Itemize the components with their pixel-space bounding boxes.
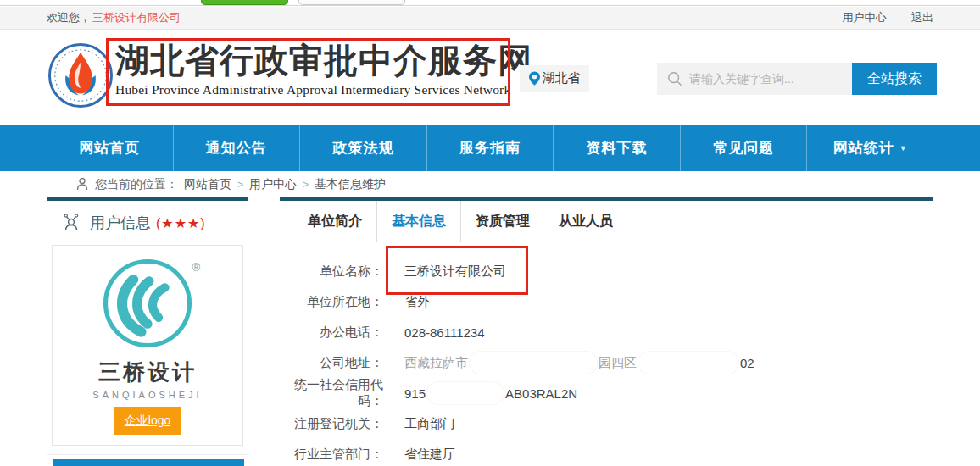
sidebar-title: 用户信息 bbox=[90, 213, 151, 233]
breadcrumb-item-1[interactable]: 网站首页 bbox=[184, 177, 231, 191]
chevron-down-icon: ▼ bbox=[899, 144, 908, 153]
breadcrumb-item-2[interactable]: 用户中心 bbox=[249, 177, 297, 191]
form-row: 行业主管部门：省住建厅 bbox=[280, 439, 933, 466]
user-silhouette-icon bbox=[76, 178, 88, 191]
nav-item-5[interactable]: 资料下载 bbox=[553, 125, 680, 171]
search-input[interactable] bbox=[689, 72, 842, 86]
cutoff-green-button[interactable] bbox=[201, 0, 288, 5]
main-nav: 网站首页通知公告政策法规服务指南资料下载常见问题网站统计▼ bbox=[0, 125, 980, 171]
tab-基本信息[interactable]: 基本信息 bbox=[376, 201, 461, 242]
tab-单位简介[interactable]: 单位简介 bbox=[293, 201, 376, 241]
field-label: 单位名称： bbox=[280, 264, 383, 280]
site-subtitle: Hubei Province Administrative Approval I… bbox=[115, 82, 532, 97]
company-logo-icon bbox=[100, 256, 195, 351]
sidebar-header: 用户信息 (★★★) bbox=[47, 201, 248, 245]
topbar-links: 用户中心 退出 bbox=[820, 10, 933, 25]
location-pin-icon bbox=[529, 71, 540, 86]
nav-item-6[interactable]: 常见问题 bbox=[680, 125, 807, 171]
company-logo-pinyin: SANQIAOSHEJI bbox=[53, 390, 242, 400]
topbar: 欢迎您，三桥设计有限公司 用户中心 退出 bbox=[0, 7, 980, 30]
nav-item-3[interactable]: 政策法规 bbox=[299, 125, 426, 171]
welcome-company-name: 三桥设计有限公司 bbox=[92, 11, 181, 24]
search-icon bbox=[667, 71, 682, 86]
site-header: 湖北省行政审批中介服务网 Hubei Province Administrati… bbox=[0, 30, 980, 125]
breadcrumb-separator: > bbox=[303, 179, 309, 191]
logout-link[interactable]: 退出 bbox=[911, 11, 933, 24]
white-mask-scribble bbox=[638, 352, 738, 374]
breadcrumb-item-3[interactable]: 基本信息维护 bbox=[315, 177, 386, 191]
form-row: 单位所在地：省外 bbox=[280, 286, 933, 317]
breadcrumb: 您当前的位置： 网站首页>用户中心>基本信息维护 bbox=[0, 171, 980, 197]
field-label: 公司地址： bbox=[280, 355, 383, 371]
field-value: 工商部门 bbox=[404, 416, 455, 432]
nav-item-1[interactable]: 网站首页 bbox=[47, 125, 173, 171]
site-title-block: 湖北省行政审批中介服务网 Hubei Province Administrati… bbox=[115, 41, 532, 97]
nav-item-4[interactable]: 服务指南 bbox=[426, 125, 554, 171]
welcome-prefix: 欢迎您， bbox=[47, 11, 91, 24]
value-fragment: 园四区 bbox=[599, 355, 637, 371]
form-row: 注册登记机关：工商部门 bbox=[280, 408, 933, 439]
value-fragment: 915 bbox=[404, 386, 426, 401]
field-label: 行业主管部门： bbox=[280, 447, 383, 463]
site-logo-icon bbox=[47, 42, 114, 108]
field-value: 西藏拉萨市园四区02 bbox=[404, 352, 754, 374]
field-value: 省外 bbox=[404, 294, 430, 310]
value-fragment: 02 bbox=[740, 356, 754, 370]
white-mask-scribble bbox=[470, 352, 597, 374]
cutoff-gray-tab[interactable] bbox=[298, 0, 405, 5]
field-label: 统一社会信用代码： bbox=[280, 377, 383, 409]
enterprise-logo-button[interactable]: 企业logo bbox=[114, 407, 181, 435]
value-fragment: 西藏拉萨市 bbox=[404, 355, 468, 371]
field-value: 省住建厅 bbox=[404, 447, 455, 463]
tab-资质管理[interactable]: 资质管理 bbox=[461, 201, 544, 241]
field-label: 办公电话： bbox=[280, 325, 383, 341]
form-row: 办公电话：028-86111234 bbox=[280, 317, 933, 347]
sidebar-bottom-button[interactable] bbox=[53, 459, 244, 466]
nav-item-2[interactable]: 通知公告 bbox=[173, 125, 300, 171]
page: 欢迎您，三桥设计有限公司 用户中心 退出 湖北省行政审批中介服务网 Hubei … bbox=[0, 0, 980, 466]
field-value: 三桥设计有限公司 bbox=[404, 264, 506, 280]
user-rating-stars: (★★★) bbox=[156, 215, 206, 231]
white-mask-scribble bbox=[427, 382, 504, 404]
tabs: 单位简介基本信息资质管理从业人员 bbox=[280, 201, 933, 241]
tab-从业人员[interactable]: 从业人员 bbox=[544, 201, 627, 241]
search-box bbox=[657, 63, 852, 95]
breadcrumb-prefix: 您当前的位置： bbox=[95, 177, 178, 192]
field-value: 915AB03RAL2N bbox=[404, 382, 577, 404]
company-logo-name: 三桥设计 bbox=[53, 358, 242, 387]
form-row: 单位名称：三桥设计有限公司 bbox=[280, 256, 933, 286]
field-value: 028-86111234 bbox=[404, 325, 485, 340]
sidebar-user-panel: 用户信息 (★★★) ® 三桥设计 SANQIAOSHEJI 企业logo bbox=[47, 197, 248, 455]
form-row: 统一社会信用代码：915AB03RAL2N bbox=[280, 378, 933, 408]
browser-chrome-strip bbox=[0, 0, 980, 6]
nav-item-7[interactable]: 网站统计▼ bbox=[806, 125, 933, 171]
region-selector[interactable]: 湖北省 bbox=[520, 65, 589, 92]
basic-info-form: 单位名称：三桥设计有限公司单位所在地：省外办公电话：028-86111234公司… bbox=[280, 241, 933, 466]
main-panel: 单位简介基本信息资质管理从业人员 单位名称：三桥设计有限公司单位所在地：省外办公… bbox=[280, 197, 933, 466]
field-label: 单位所在地： bbox=[280, 294, 383, 310]
user-center-link[interactable]: 用户中心 bbox=[842, 11, 886, 24]
company-logo-card: ® 三桥设计 SANQIAOSHEJI 企业logo bbox=[52, 245, 243, 446]
welcome-message: 欢迎您，三桥设计有限公司 bbox=[47, 10, 181, 25]
site-title: 湖北省行政审批中介服务网 bbox=[115, 41, 532, 80]
user-stars-icon bbox=[60, 212, 82, 234]
region-label: 湖北省 bbox=[543, 70, 581, 86]
value-fragment: AB03RAL2N bbox=[505, 386, 577, 401]
registered-trademark-mark: ® bbox=[192, 261, 200, 274]
breadcrumb-separator: > bbox=[237, 179, 243, 191]
form-row: 公司地址：西藏拉萨市园四区02 bbox=[280, 347, 933, 378]
field-label: 注册登记机关： bbox=[280, 416, 383, 432]
site-search-button[interactable]: 全站搜索 bbox=[852, 63, 937, 95]
